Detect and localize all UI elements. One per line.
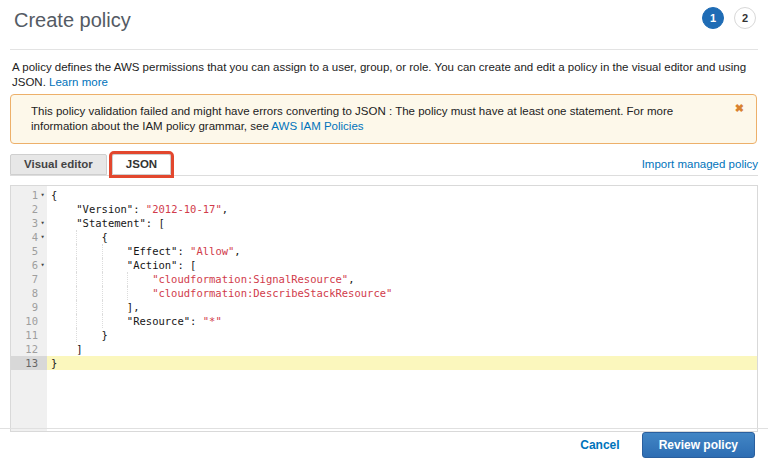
code-line-8[interactable]: "cloudformation:DescribeStackResource" — [47, 286, 757, 300]
json-token — [51, 245, 127, 257]
code-line-12[interactable]: ] — [47, 342, 757, 356]
code-line-7[interactable]: "cloudformation:SignalResource", — [47, 272, 757, 286]
gutter-line-4[interactable]: 4▾ — [11, 230, 47, 244]
json-token: ], — [51, 301, 140, 313]
gutter-line-1[interactable]: 1▾ — [11, 188, 47, 202]
json-token: : [ — [146, 217, 165, 229]
json-token: , — [348, 273, 354, 285]
review-policy-button[interactable]: Review policy — [642, 432, 755, 458]
code-line-1[interactable]: { — [47, 188, 757, 202]
tab-visual-editor[interactable]: Visual editor — [10, 154, 107, 175]
code-line-13[interactable]: } — [47, 356, 757, 370]
code-line-6[interactable]: "Action": [ — [47, 258, 757, 272]
aws-iam-policies-link[interactable]: AWS IAM Policies — [271, 120, 363, 132]
validation-warning-banner: This policy validation failed and might … — [10, 94, 757, 144]
json-token: ] — [51, 343, 83, 355]
fold-spacer — [38, 202, 47, 216]
editor-code[interactable]: { "Version": "2012-10-17", "Statement": … — [47, 186, 757, 431]
json-token — [51, 203, 76, 215]
close-icon[interactable]: ✖ — [735, 101, 744, 116]
page-title: Create policy — [14, 7, 131, 33]
json-token — [51, 259, 127, 271]
learn-more-link[interactable]: Learn more — [49, 76, 108, 88]
json-token — [51, 315, 127, 327]
indent-guide — [76, 286, 77, 300]
json-token: { — [51, 189, 57, 201]
json-string-token: "2012-10-17" — [146, 203, 222, 215]
json-editor-panel: 1▾23▾4▾56▾78910111213 { "Version": "2012… — [10, 185, 758, 432]
indent-guide — [102, 258, 103, 272]
code-line-3[interactable]: "Statement": [ — [47, 216, 757, 230]
indent-guide — [102, 314, 103, 328]
fold-arrow-icon[interactable]: ▾ — [38, 230, 47, 244]
json-token: : [ — [177, 259, 196, 271]
json-token: : — [177, 245, 190, 257]
gutter-line-7: 7 — [11, 272, 47, 286]
indent-guide — [102, 272, 103, 286]
gutter-line-11: 11 — [11, 328, 47, 342]
footer-bar: Cancel Review policy — [0, 428, 768, 461]
indent-guide — [102, 244, 103, 258]
fold-arrow-icon[interactable]: ▾ — [38, 216, 47, 230]
create-policy-page: Create policy 1 2 A policy defines the A… — [0, 0, 768, 461]
fold-spacer — [38, 328, 47, 342]
indent-guide — [76, 300, 77, 314]
json-token — [51, 217, 76, 229]
editor-tabbar: Visual editor JSON Import managed policy — [10, 157, 758, 176]
gutter-line-13: 13 — [11, 356, 47, 370]
gutter-line-3[interactable]: 3▾ — [11, 216, 47, 230]
code-line-2[interactable]: "Version": "2012-10-17", — [47, 202, 757, 216]
indent-guide — [76, 230, 77, 244]
step-2-badge: 2 — [734, 7, 756, 29]
import-managed-policy-link[interactable]: Import managed policy — [642, 158, 758, 174]
fold-arrow-icon[interactable]: ▾ — [38, 258, 47, 272]
gutter-line-9: 9 — [11, 300, 47, 314]
cancel-button[interactable]: Cancel — [580, 438, 619, 452]
intro-description: A policy defines the AWS permissions tha… — [12, 61, 746, 88]
json-token: , — [234, 245, 240, 257]
json-token: , — [222, 203, 228, 215]
json-string-token: "cloudformation:SignalResource" — [152, 273, 348, 285]
fold-spacer — [38, 342, 47, 356]
indent-guide — [102, 300, 103, 314]
indent-guide — [76, 258, 77, 272]
fold-spacer — [38, 272, 47, 286]
code-line-10[interactable]: "Resource": "*" — [47, 314, 757, 328]
gutter-line-10: 10 — [11, 314, 47, 328]
json-string-token: "Allow" — [190, 245, 234, 257]
json-token: "Resource" — [127, 315, 190, 327]
indent-guide — [127, 286, 128, 300]
editor-gutter: 1▾23▾4▾56▾78910111213 — [11, 186, 47, 431]
code-line-4[interactable]: { — [47, 230, 757, 244]
json-token: { — [51, 231, 108, 243]
fold-spacer — [38, 356, 47, 370]
json-token: "Statement" — [76, 217, 146, 229]
header-divider — [10, 49, 758, 50]
step-1-badge: 1 — [702, 7, 724, 29]
gutter-line-6[interactable]: 6▾ — [11, 258, 47, 272]
code-line-11[interactable]: } — [47, 328, 757, 342]
tab-json[interactable]: JSON — [112, 154, 171, 175]
gutter-line-8: 8 — [11, 286, 47, 300]
json-string-token: "cloudformation:DescribeStackResource" — [152, 287, 392, 299]
json-token: "Effect" — [127, 245, 178, 257]
page-header: Create policy 1 2 — [0, 0, 768, 33]
fold-spacer — [38, 300, 47, 314]
intro-text: A policy defines the AWS permissions tha… — [12, 60, 756, 90]
json-token: } — [51, 357, 57, 369]
gutter-line-12: 12 — [11, 342, 47, 356]
code-line-9[interactable]: ], — [47, 300, 757, 314]
gutter-line-2: 2 — [11, 202, 47, 216]
indent-guide — [127, 272, 128, 286]
fold-spacer — [38, 286, 47, 300]
fold-spacer — [38, 244, 47, 258]
gutter-line-5: 5 — [11, 244, 47, 258]
indent-guide — [76, 314, 77, 328]
fold-spacer — [38, 314, 47, 328]
indent-guide — [76, 244, 77, 258]
json-token: } — [51, 329, 108, 341]
fold-arrow-icon[interactable]: ▾ — [38, 188, 47, 202]
json-token: "Action" — [127, 259, 178, 271]
code-line-5[interactable]: "Effect": "Allow", — [47, 244, 757, 258]
indent-guide — [76, 272, 77, 286]
